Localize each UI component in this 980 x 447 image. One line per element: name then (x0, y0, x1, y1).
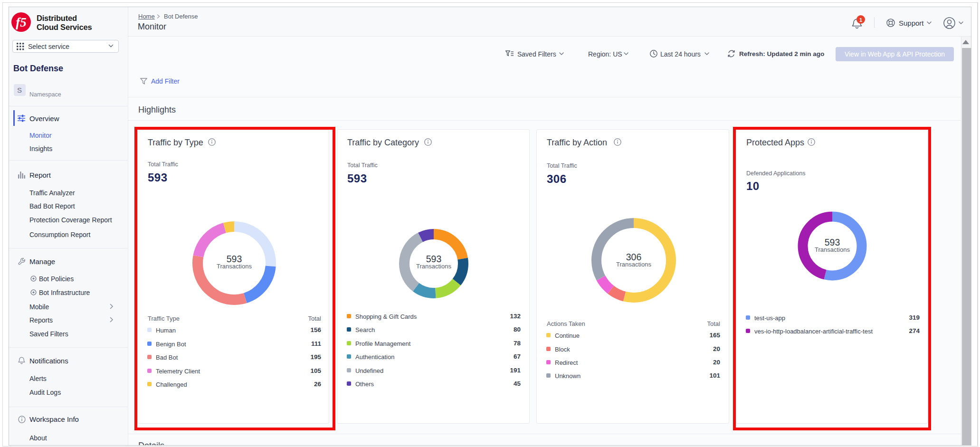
svg-text:f5: f5 (16, 15, 27, 29)
